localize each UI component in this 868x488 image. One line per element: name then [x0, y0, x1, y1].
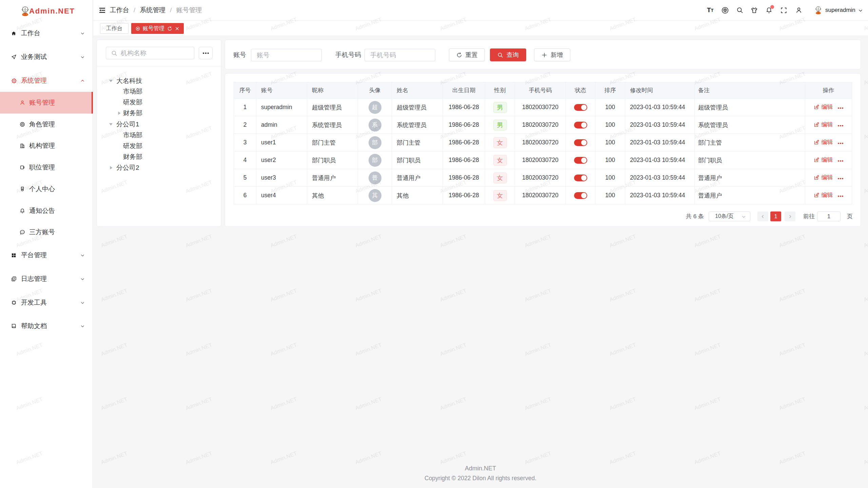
svg-text:Admin.NET: Admin.NET	[100, 233, 128, 248]
svg-text:Admin.NET: Admin.NET	[185, 396, 213, 411]
svg-text:Admin.NET: Admin.NET	[778, 450, 806, 465]
svg-text:Admin.NET: Admin.NET	[439, 233, 467, 248]
svg-text:Admin.NET: Admin.NET	[863, 179, 868, 194]
svg-text:Admin.NET: Admin.NET	[185, 288, 213, 303]
svg-text:Admin.NET: Admin.NET	[270, 233, 298, 248]
svg-text:Admin.NET: Admin.NET	[524, 288, 552, 303]
svg-text:Admin.NET: Admin.NET	[185, 233, 213, 248]
svg-text:Admin.NET: Admin.NET	[693, 288, 722, 303]
svg-text:Admin.NET: Admin.NET	[354, 233, 382, 248]
svg-text:Admin.NET: Admin.NET	[270, 342, 298, 357]
svg-text:Admin.NET: Admin.NET	[693, 396, 722, 411]
svg-text:Admin.NET: Admin.NET	[524, 450, 552, 465]
svg-text:Admin.NET: Admin.NET	[863, 396, 868, 411]
svg-text:Admin.NET: Admin.NET	[524, 342, 552, 357]
svg-text:Admin.NET: Admin.NET	[354, 396, 382, 411]
svg-text:Admin.NET: Admin.NET	[524, 396, 552, 411]
svg-text:Admin.NET: Admin.NET	[439, 450, 467, 465]
svg-text:Admin.NET: Admin.NET	[863, 450, 868, 465]
svg-text:Admin.NET: Admin.NET	[354, 450, 382, 465]
svg-text:Admin.NET: Admin.NET	[609, 288, 637, 303]
svg-text:Admin.NET: Admin.NET	[185, 342, 213, 357]
svg-text:Admin.NET: Admin.NET	[778, 288, 806, 303]
svg-text:Admin.NET: Admin.NET	[778, 233, 806, 248]
svg-text:Admin.NET: Admin.NET	[863, 71, 868, 86]
svg-text:Admin.NET: Admin.NET	[778, 396, 806, 411]
svg-text:Admin.NET: Admin.NET	[693, 342, 722, 357]
svg-text:Admin.NET: Admin.NET	[693, 450, 722, 465]
svg-text:Admin.NET: Admin.NET	[100, 342, 128, 357]
svg-text:Admin.NET: Admin.NET	[354, 342, 382, 357]
svg-text:Admin.NET: Admin.NET	[863, 342, 868, 357]
svg-text:Admin.NET: Admin.NET	[609, 450, 637, 465]
svg-text:Admin.NET: Admin.NET	[609, 342, 637, 357]
svg-text:Admin.NET: Admin.NET	[439, 396, 467, 411]
svg-text:Admin.NET: Admin.NET	[100, 450, 128, 465]
svg-text:Admin.NET: Admin.NET	[439, 288, 467, 303]
svg-text:Admin.NET: Admin.NET	[609, 396, 637, 411]
svg-text:Admin.NET: Admin.NET	[100, 288, 128, 303]
svg-text:Admin.NET: Admin.NET	[778, 342, 806, 357]
svg-text:Admin.NET: Admin.NET	[609, 233, 637, 248]
svg-text:Admin.NET: Admin.NET	[185, 450, 213, 465]
svg-text:Admin.NET: Admin.NET	[524, 233, 552, 248]
svg-text:Admin.NET: Admin.NET	[354, 288, 382, 303]
svg-text:Admin.NET: Admin.NET	[270, 396, 298, 411]
svg-text:Admin.NET: Admin.NET	[439, 342, 467, 357]
svg-text:Admin.NET: Admin.NET	[863, 233, 868, 248]
svg-text:Admin.NET: Admin.NET	[693, 233, 722, 248]
svg-text:Admin.NET: Admin.NET	[270, 450, 298, 465]
svg-text:Admin.NET: Admin.NET	[863, 288, 868, 303]
svg-text:Admin.NET: Admin.NET	[100, 396, 128, 411]
svg-text:Admin.NET: Admin.NET	[863, 125, 868, 140]
svg-text:Admin.NET: Admin.NET	[270, 288, 298, 303]
